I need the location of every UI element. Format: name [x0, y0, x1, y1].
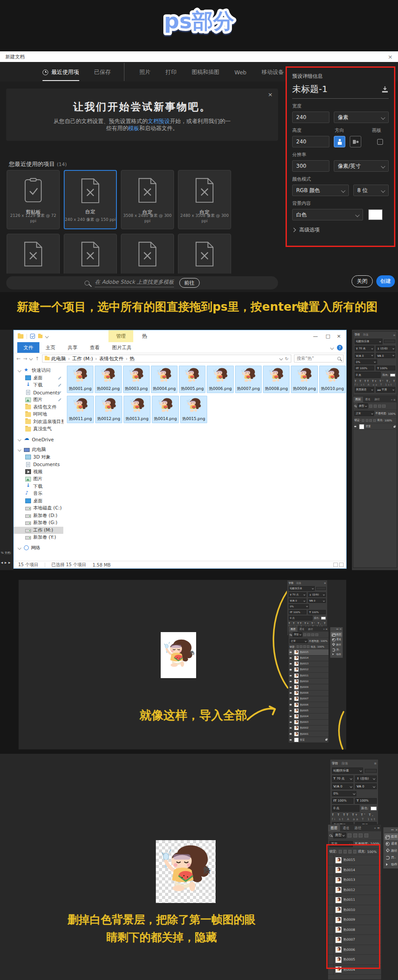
- timeline-playback-icons[interactable]: ◀ ▶ ▶: [1, 561, 11, 564]
- quick-access-toolbar[interactable]: [14, 334, 48, 339]
- template-link[interactable]: 模板: [128, 125, 139, 131]
- file-thumbnail[interactable]: 热0014.png: [152, 396, 179, 423]
- ribbon-tab[interactable]: 图片工具: [106, 342, 138, 353]
- sidebar-item[interactable]: OneDrive: [14, 436, 63, 444]
- visibility-toggle[interactable]: [289, 696, 293, 702]
- tab-paths[interactable]: 路径: [372, 397, 382, 402]
- background-color-swatch[interactable]: [368, 209, 383, 220]
- vertical-scale-field[interactable]: IT100%: [355, 366, 374, 370]
- ribbon-tab[interactable]: 共享: [62, 342, 84, 353]
- file-thumbnail[interactable]: 热0012.png: [95, 396, 122, 423]
- sidebar-item[interactable]: 新加卷 (G:): [14, 519, 63, 527]
- collapse-dock-icon[interactable]: ↔: [336, 628, 339, 630]
- help-icon[interactable]: ?: [337, 345, 343, 351]
- kerning-select[interactable]: V/A0: [355, 353, 374, 358]
- tab-character[interactable]: 字符: [355, 333, 360, 337]
- recent-item-card[interactable]: [64, 234, 117, 274]
- font-size-select[interactable]: T70 点: [355, 346, 374, 351]
- sidebar-item[interactable]: 图片: [14, 475, 63, 483]
- layer-row[interactable]: 背景: [289, 737, 328, 743]
- filter-type-icon[interactable]: [378, 405, 381, 408]
- text-style-buttons[interactable]: T T TT Tт T' T, T T: [355, 379, 395, 382]
- recent-locations-icon[interactable]: [29, 357, 33, 360]
- lock-transparent-icon[interactable]: [362, 419, 364, 422]
- layer-row[interactable]: 热0002: [289, 725, 328, 731]
- visibility-toggle[interactable]: [289, 691, 293, 696]
- manage-contextual-tab[interactable]: 管理: [108, 330, 133, 342]
- dock-item[interactable]: 通道: [384, 840, 398, 847]
- file-thumbnail[interactable]: 热0005.png: [179, 366, 205, 393]
- dock-item[interactable]: 路径: [384, 847, 398, 854]
- dock-item[interactable]: 历..: [331, 647, 342, 652]
- visibility-toggle[interactable]: [353, 424, 358, 429]
- file-thumbnail[interactable]: 热0001.png: [67, 366, 93, 393]
- maximize-icon[interactable]: □: [326, 333, 330, 339]
- file-thumbnail[interactable]: 热0010.png: [319, 366, 346, 393]
- file-thumbnail[interactable]: 热0011.png: [67, 396, 94, 423]
- doc-preset-link[interactable]: 文档预设: [148, 118, 170, 124]
- tab-channels[interactable]: 通道: [363, 397, 373, 402]
- text-color-swatch[interactable]: [390, 374, 395, 377]
- font-select[interactable]: 站酷快乐体: [289, 586, 315, 591]
- visibility-toggle[interactable]: [289, 649, 293, 655]
- recent-item-card[interactable]: [178, 234, 231, 274]
- background-select[interactable]: 白色: [292, 209, 363, 220]
- orientation-portrait-button[interactable]: [334, 136, 345, 147]
- recent-item-card[interactable]: 剪贴板 2126 x 1229 像素 @ 72 ppi: [7, 170, 60, 229]
- visibility-toggle[interactable]: [289, 737, 293, 742]
- sidebar-item[interactable]: Documents: [14, 461, 63, 468]
- sidebar-item[interactable]: 视频: [14, 468, 63, 476]
- refresh-icon[interactable]: ↻: [285, 356, 289, 361]
- file-thumbnail[interactable]: 热0013.png: [124, 396, 151, 423]
- resolution-input[interactable]: 300: [292, 160, 329, 172]
- sidebar-item[interactable]: 桌面: [14, 498, 63, 505]
- visibility-toggle[interactable]: [289, 714, 293, 719]
- file-thumbnail[interactable]: 热0002.png: [95, 366, 121, 393]
- dialog-tab[interactable]: Web: [235, 63, 247, 81]
- visibility-toggle[interactable]: [289, 731, 293, 737]
- sidebar-item[interactable]: 下载: [14, 483, 63, 490]
- dialog-tab[interactable]: 移动设备: [262, 63, 284, 81]
- visibility-toggle[interactable]: [289, 667, 293, 672]
- sidebar-item[interactable]: 表情包文件: [14, 404, 63, 411]
- layer-row[interactable]: 热0012: [289, 667, 328, 673]
- dialog-tab[interactable]: 最近使用项: [43, 63, 79, 81]
- lock-pixels-icon[interactable]: [366, 419, 368, 422]
- recent-item-card[interactable]: [121, 234, 174, 274]
- close-dock-icon[interactable]: ×: [395, 828, 398, 832]
- dock-item[interactable]: 图层: [331, 632, 342, 637]
- filter-search-icon[interactable]: [354, 405, 356, 407]
- document-name-field[interactable]: 未标题-1: [292, 83, 328, 95]
- layer-row[interactable]: 热0006: [289, 702, 328, 708]
- visibility-toggle[interactable]: [289, 679, 293, 684]
- ribbon-tab[interactable]: 主页: [39, 342, 62, 353]
- visibility-toggle[interactable]: [289, 725, 293, 731]
- layer-row[interactable]: 背景: [353, 424, 397, 430]
- sidebar-item[interactable]: 3D 对象: [14, 454, 63, 461]
- file-thumbnail[interactable]: 热0008.png: [263, 366, 290, 393]
- opentype-buttons[interactable]: fi st A aa T 1st ½: [355, 383, 395, 386]
- tracking-select[interactable]: VA0: [376, 353, 395, 358]
- layer-row[interactable]: 热0007: [289, 696, 328, 702]
- visibility-toggle[interactable]: [289, 673, 293, 678]
- chevron-down-icon[interactable]: [45, 334, 49, 338]
- dock-item[interactable]: 动作: [331, 652, 342, 657]
- filter-pixel-icon[interactable]: [369, 405, 372, 408]
- visibility-toggle[interactable]: [289, 661, 293, 667]
- lock-all-icon[interactable]: [373, 419, 376, 422]
- color-mode-select[interactable]: RGB 颜色: [292, 185, 349, 196]
- layer-row[interactable]: 热0003: [289, 720, 328, 725]
- ribbon-tab[interactable]: 文件: [17, 342, 39, 353]
- width-unit-select[interactable]: 像素: [334, 112, 389, 123]
- view-mode-buttons[interactable]: [333, 563, 346, 567]
- file-thumbnail[interactable]: 热0007.png: [235, 366, 262, 393]
- close-icon[interactable]: ×: [337, 333, 341, 339]
- bit-depth-select[interactable]: 8 位: [353, 185, 389, 196]
- dialog-tab[interactable]: 照片: [139, 63, 151, 81]
- sidebar-item[interactable]: 真没生气: [14, 425, 63, 433]
- dialog-close-icon[interactable]: ×: [388, 54, 393, 60]
- sidebar-item[interactable]: 下载: [14, 382, 63, 389]
- layer-row[interactable]: 热0011: [289, 673, 328, 679]
- dialog-tab[interactable]: 已保存: [94, 63, 125, 81]
- recent-item-card[interactable]: 自定 2480 x 3508 像素 @ 300 ppi: [178, 170, 231, 229]
